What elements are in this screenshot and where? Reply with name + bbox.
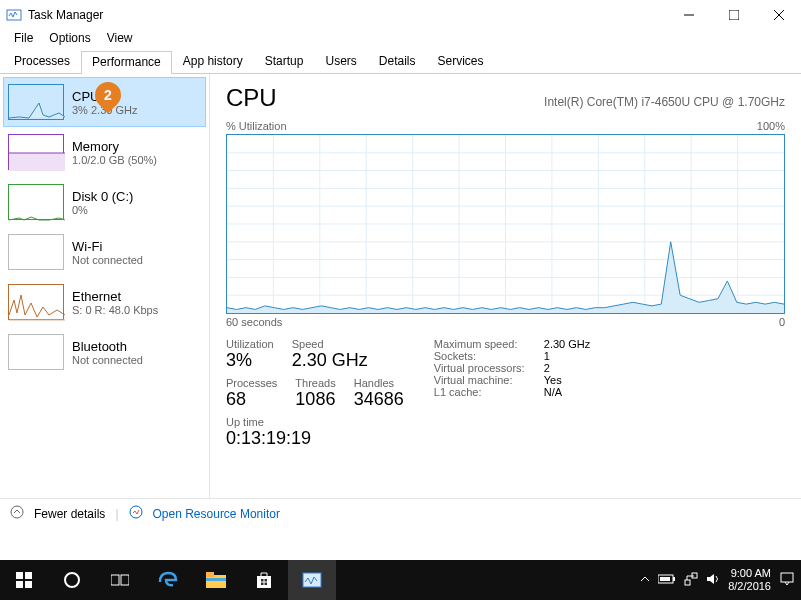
fewer-details-button[interactable]: Fewer details (34, 507, 105, 521)
speed-lbl: Speed (292, 338, 368, 350)
menubar: File Options View (0, 30, 801, 50)
volume-icon[interactable] (706, 572, 720, 588)
menu-options[interactable]: Options (41, 30, 98, 50)
svg-rect-41 (265, 579, 268, 582)
svg-rect-43 (265, 583, 268, 586)
menu-file[interactable]: File (6, 30, 41, 50)
sidebar-memory-label: Memory (72, 139, 201, 154)
window-title: Task Manager (28, 8, 666, 22)
sidebar-item-bluetooth[interactable]: Bluetooth Not connected (3, 327, 206, 377)
sidebar-item-memory[interactable]: Memory 1.0/2.0 GB (50%) (3, 127, 206, 177)
divider: | (115, 507, 118, 521)
tab-services[interactable]: Services (427, 50, 495, 73)
notifications-icon[interactable] (779, 571, 795, 589)
uptime-lbl: Up time (226, 416, 404, 428)
thread-lbl: Threads (295, 377, 335, 389)
clock-time: 9:00 AM (728, 567, 771, 580)
sidebar-bt-label: Bluetooth (72, 339, 201, 354)
sidebar-item-wifi[interactable]: Wi-Fi Not connected (3, 227, 206, 277)
tray-chevron-icon[interactable] (640, 574, 650, 586)
ethernet-sparkline (8, 284, 64, 320)
sidebar-item-ethernet[interactable]: Ethernet S: 0 R: 48.0 Kbps (3, 277, 206, 327)
svg-rect-34 (111, 575, 119, 585)
handle-lbl: Handles (354, 377, 404, 389)
sidebar-disk-label: Disk 0 (C:) (72, 189, 201, 204)
cpu-sparkline (8, 84, 64, 120)
svg-rect-35 (121, 575, 129, 585)
disk-sparkline (8, 184, 64, 220)
detail-model: Intel(R) Core(TM) i7-4650U CPU @ 1.70GHz (544, 95, 785, 109)
sidebar-bt-sub: Not connected (72, 354, 201, 366)
tab-details[interactable]: Details (368, 50, 427, 73)
cpu-chart[interactable] (226, 134, 785, 314)
speed-val: 2.30 GHz (292, 350, 368, 371)
tab-users[interactable]: Users (314, 50, 367, 73)
sidebar-eth-label: Ethernet (72, 289, 201, 304)
svg-rect-5 (9, 153, 65, 171)
cortana-button[interactable] (48, 560, 96, 600)
svg-rect-30 (25, 572, 32, 579)
proc-lbl: Processes (226, 377, 277, 389)
svg-rect-39 (257, 576, 271, 588)
vm-v: Yes (544, 374, 562, 386)
resmon-icon (129, 505, 143, 522)
memory-sparkline (8, 134, 64, 170)
sidebar-eth-sub: S: 0 R: 48.0 Kbps (72, 304, 201, 316)
titlebar: Task Manager (0, 0, 801, 30)
window-controls (666, 0, 801, 30)
detail-pane: CPU Intel(R) Core(TM) i7-4650U CPU @ 1.7… (210, 74, 801, 498)
sidebar-wifi-sub: Not connected (72, 254, 201, 266)
taskbar: 9:00 AM 8/2/2016 (0, 560, 801, 600)
taskmgr-taskbar-icon[interactable] (288, 560, 336, 600)
l1-k: L1 cache: (434, 386, 544, 398)
thread-val: 1086 (295, 389, 335, 410)
store-icon[interactable] (240, 560, 288, 600)
sidebar-wifi-label: Wi-Fi (72, 239, 201, 254)
svg-rect-42 (261, 583, 264, 586)
start-button[interactable] (0, 560, 48, 600)
svg-rect-29 (16, 572, 23, 579)
minimize-button[interactable] (666, 0, 711, 30)
svg-rect-48 (685, 580, 690, 585)
tab-startup[interactable]: Startup (254, 50, 315, 73)
sidebar-cpu-sub: 3% 2.30 GHz (72, 104, 201, 116)
battery-icon[interactable] (658, 574, 676, 586)
sidebar: CPU 3% 2.30 GHz Memory 1.0/2.0 GB (50%) … (0, 74, 210, 498)
callout-badge: 2 (95, 82, 121, 116)
svg-rect-46 (673, 577, 675, 581)
vprocs-v: 2 (544, 362, 550, 374)
util-max: 100% (757, 120, 785, 132)
close-button[interactable] (756, 0, 801, 30)
svg-rect-44 (303, 573, 321, 587)
network-icon[interactable] (684, 572, 698, 588)
tray: 9:00 AM 8/2/2016 (640, 567, 801, 593)
util-label: % Utilization (226, 120, 287, 132)
edge-icon[interactable] (144, 560, 192, 600)
svg-point-33 (65, 573, 79, 587)
taskmgr-icon (6, 7, 22, 23)
maxspeed-v: 2.30 GHz (544, 338, 590, 350)
tab-performance[interactable]: Performance (81, 51, 172, 74)
uptime-val: 0:13:19:19 (226, 428, 404, 449)
svg-rect-31 (16, 581, 23, 588)
handle-val: 34686 (354, 389, 404, 410)
open-resource-monitor-link[interactable]: Open Resource Monitor (153, 507, 280, 521)
tab-app-history[interactable]: App history (172, 50, 254, 73)
svg-rect-37 (206, 572, 214, 577)
svg-rect-32 (25, 581, 32, 588)
svg-rect-38 (206, 578, 226, 581)
clock[interactable]: 9:00 AM 8/2/2016 (728, 567, 771, 593)
tab-processes[interactable]: Processes (3, 50, 81, 73)
vprocs-k: Virtual processors: (434, 362, 544, 374)
x-end: 0 (779, 316, 785, 328)
maximize-button[interactable] (711, 0, 756, 30)
footer: Fewer details | Open Resource Monitor (0, 498, 801, 528)
sidebar-memory-sub: 1.0/2.0 GB (50%) (72, 154, 201, 166)
detail-title: CPU (226, 84, 277, 112)
sidebar-item-disk[interactable]: Disk 0 (C:) 0% (3, 177, 206, 227)
sockets-v: 1 (544, 350, 550, 362)
svg-rect-2 (729, 10, 739, 20)
taskview-button[interactable] (96, 560, 144, 600)
file-explorer-icon[interactable] (192, 560, 240, 600)
menu-view[interactable]: View (99, 30, 141, 50)
